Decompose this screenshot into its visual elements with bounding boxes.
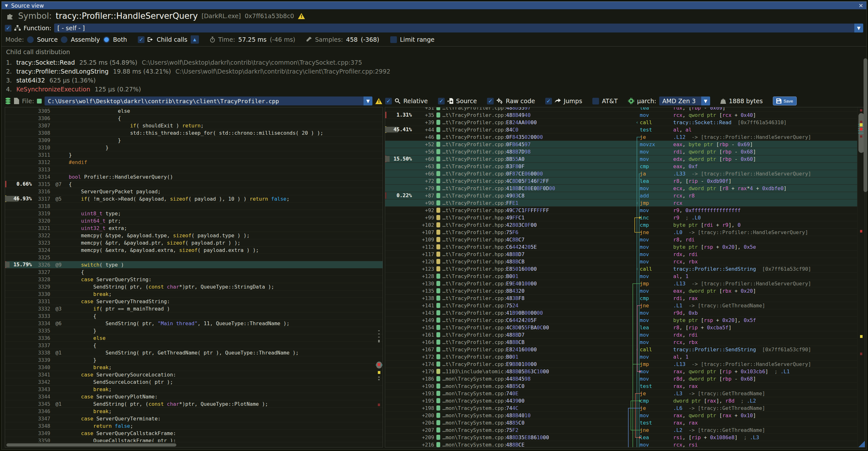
chevron-down-icon[interactable]: ▼: [701, 96, 710, 106]
source-line[interactable]: 3306 {: [5, 115, 382, 122]
asm-row[interactable]: +193…mon\TracySystem.cpp:197740Eje.L3 ->…: [385, 390, 857, 397]
asm-row[interactable]: +90…t\TracyProfiler.cpp:3326FFE1‹jmprcx: [385, 200, 857, 207]
source-line[interactable]: 3345@1 SendString( ptr, (const char*)ptr…: [5, 400, 382, 408]
file-select[interactable]: C:\Users\wolf\Desktop\darkrl\contrib\tra…: [44, 96, 372, 106]
source-line[interactable]: 0.66%3315@7{: [5, 181, 382, 188]
jumps-checkbox[interactable]: ✓: [545, 98, 552, 104]
source-line[interactable]: 3328 case ServerQueryString:: [5, 276, 382, 283]
source-line[interactable]: 3310 }: [5, 144, 382, 151]
asm-row[interactable]: +167…t\TracyProfiler.cpp:3334E824160000‹…: [385, 346, 857, 353]
asm-row[interactable]: +66…t\TracyProfiler.cpp:33260F87CE060000…: [385, 170, 857, 177]
asm-row[interactable]: +79…t\TracyProfiler.cpp:3326418B8C80E0BF…: [385, 185, 857, 192]
source-line[interactable]: 3311}: [5, 151, 382, 159]
asm-row[interactable]: +164…t\TracyProfiler.cpp:3334488BCBmovrc…: [385, 338, 857, 346]
asm-row[interactable]: +209…mon\TracySystem.cpp:258488D35E88610…: [385, 434, 857, 441]
asm-row[interactable]: +161…t\TracyProfiler.cpp:3334488BD7movrd…: [385, 331, 857, 338]
source-line[interactable]: 3324 memcpy( &extra, &payload.extra, siz…: [5, 246, 382, 254]
source-line[interactable]: 3338@1 SendString( ptr, GetThreadName( p…: [5, 349, 382, 356]
source-line[interactable]: 3319 uint8_t type;: [5, 210, 382, 217]
asm-row[interactable]: +46…t\TracyProfiler.cpp:33170F8435020000…: [385, 133, 857, 141]
window-vertical-scrollbar[interactable]: [863, 9, 868, 448]
asm-row[interactable]: +216…mon\TracySystem.cpp:258488BCEmovrcx…: [385, 441, 857, 447]
asm-row[interactable]: +198…mon\TracySystem.cpp:199744Cje.L6 ->…: [385, 404, 857, 412]
asm-row[interactable]: +179…1103\include\atomic:1048488B05B63C1…: [385, 368, 857, 375]
asm-row[interactable]: 0.22%+87…t\TracyProfiler.cpp:33264903C8a…: [385, 192, 857, 200]
source-line[interactable]: 3325: [5, 254, 382, 261]
source-line[interactable]: 46.93%3317@5 if( !m_sock->Read( &payload…: [5, 195, 382, 203]
titlebar[interactable]: ▼ Source view ✕: [2, 2, 866, 9]
source-line[interactable]: 3305 else: [5, 107, 382, 115]
asm-row[interactable]: +120…t\TracyProfiler.hpp:676488BCBmovrcx…: [385, 258, 857, 265]
asm-row[interactable]: +200…mon\TracySystem.cpp:203488B4010movr…: [385, 412, 857, 419]
asm-row[interactable]: +63…t\TracyProfiler.cpp:332683F80Fcmpeax…: [385, 163, 857, 170]
source-line[interactable]: 3336 else: [5, 334, 382, 342]
radio-both[interactable]: [103, 36, 110, 43]
collapse-icon[interactable]: ▼: [5, 3, 8, 8]
asm-row[interactable]: +31…t\TracyProfiler.cpp:3317488D5597lear…: [385, 107, 857, 112]
child-call-entry[interactable]: 3.stat64i32625 μs (1.36%): [6, 76, 862, 85]
child-call-entry[interactable]: 1.tracy::Socket::Read25.25 ms (54.89%)C:…: [6, 58, 862, 67]
source-checkbox[interactable]: ✓: [438, 98, 445, 104]
save-button[interactable]: Save: [773, 96, 796, 106]
source-line[interactable]: 15.79%3326@9 switch( type ): [5, 261, 382, 269]
raw-code-checkbox[interactable]: ✓: [487, 98, 494, 104]
close-icon[interactable]: ✕: [859, 2, 863, 9]
asm-row[interactable]: +52…t\TracyProfiler.cpp:33260FB64597movz…: [385, 141, 857, 148]
function-checkbox[interactable]: ✓: [5, 25, 11, 32]
source-line[interactable]: 3340 break;: [5, 364, 382, 371]
source-line[interactable]: 3313: [5, 166, 382, 173]
source-line[interactable]: 3348 return false;: [5, 422, 382, 430]
asm-row[interactable]: +190…mon\TracySystem.cpp:1974885C0testra…: [385, 383, 857, 390]
asm-row[interactable]: +143…t\TracyProfiler.cpp:333441B90B00000…: [385, 309, 857, 317]
source-line[interactable]: 3343 break;: [5, 386, 382, 393]
relative-checkbox[interactable]: ✓: [385, 98, 392, 104]
asm-row[interactable]: +128…t\TracyProfiler.cpp:3401B001moval, …: [385, 273, 857, 280]
collapse-up-button[interactable]: ▲: [191, 35, 199, 43]
asm-row[interactable]: +141…t\TracyProfiler.cpp:33327524jne.L1 …: [385, 302, 857, 309]
asm-row[interactable]: +102…t\TracyProfiler.hpp:67642803C0F00cm…: [385, 221, 857, 229]
scroll-thumb[interactable]: [6, 443, 176, 447]
asm-row[interactable]: +135…t\TracyProfiler.cpp:33328B4320movea…: [385, 287, 857, 295]
asm-row[interactable]: 15.50%+60…t\TracyProfiler.cpp:33268B55A0…: [385, 155, 857, 163]
source-line[interactable]: 3344 case ServerQueryPlotName:: [5, 393, 382, 400]
asm-row[interactable]: +204…mon\TracySystem.cpp:2034885C0testra…: [385, 419, 857, 426]
asm-row[interactable]: +123…t\TracyProfiler.hpp:676E850160000‹c…: [385, 265, 857, 273]
source-line[interactable]: 3307 if( shouldExit ) return;: [5, 122, 382, 129]
source-line[interactable]: 3321 uint32_t extra;: [5, 224, 382, 232]
asm-row[interactable]: +117…t\TracyProfiler.hpp:676488BD7movrdx…: [385, 251, 857, 258]
source-line[interactable]: 3309 }: [5, 137, 382, 144]
asm-row[interactable]: +72…t\TracyProfiler.cpp:33264C8D05F146F2…: [385, 177, 857, 185]
source-line[interactable]: 3350 QueueCallstackFrame( ptr );: [5, 437, 382, 442]
source-line[interactable]: 3341 case ServerQuerySourceLocation:: [5, 371, 382, 379]
chevron-down-icon[interactable]: ▼: [854, 24, 863, 32]
source-line[interactable]: 3329 SendString( ptr, (const char*)ptr, …: [5, 283, 382, 291]
source-line[interactable]: 3323 memcpy( &ptr, &payload.ptr, sizeof(…: [5, 239, 382, 246]
asm-row[interactable]: +92…t\TracyProfiler.hpp:67649C7C1FFFFFFF…: [385, 207, 857, 214]
child-call-entry[interactable]: 4.KeSynchronizeExecution125 μs (0.27%): [6, 85, 862, 94]
source-line[interactable]: 3333 {: [5, 312, 382, 320]
asm-row[interactable]: +130…t\TracyProfiler.cpp:3401E9E4010000j…: [385, 280, 857, 287]
source-line[interactable]: 3335 }: [5, 327, 382, 334]
source-line[interactable]: 3308 std::this_thread::sleep_for( std::c…: [5, 129, 382, 137]
asm-row[interactable]: 1.31%+35…t\TracyProfiler.cpp:3317488B494…: [385, 112, 857, 119]
asm-row[interactable]: +39…t\TracyProfiler.cpp:3317E824AA0000‹c…: [385, 119, 857, 126]
source-vertical-scrollbar[interactable]: [376, 107, 382, 442]
chevron-down-icon[interactable]: ▼: [364, 96, 372, 106]
asm-row[interactable]: +174…t\TracyProfiler.cpp:3401E9B8010000j…: [385, 361, 857, 368]
source-line[interactable]: 3320 uint64_t ptr;: [5, 217, 382, 224]
asm-row[interactable]: +138…t\TracyProfiler.cpp:3332483BF8cmprd…: [385, 295, 857, 302]
source-line[interactable]: 3312#endif: [5, 159, 382, 166]
source-line[interactable]: 3316 ServerQueryPacket payload;: [5, 188, 382, 195]
source-line[interactable]: 3346 break;: [5, 408, 382, 415]
source-line[interactable]: 3334@6 SendString( ptr, "Main thread", 1…: [5, 320, 382, 327]
uarch-select[interactable]: AMD Zen 3 ▼: [659, 96, 710, 106]
source-line[interactable]: 3349 case ServerQueryCallstackFrame:: [5, 430, 382, 437]
asm-row[interactable]: +207…mon\TracySystem.cpp:20375F2jne.L2 -…: [385, 426, 857, 434]
att-checkbox[interactable]: ✓: [592, 98, 599, 104]
asm-row[interactable]: +149…t\TracyProfiler.cpp:3334C64424205Fm…: [385, 317, 857, 324]
asm-row[interactable]: +99…t\TracyProfiler.hpp:67649FFC1incr9 ;…: [385, 214, 857, 221]
asm-row[interactable]: +195…mon\TracySystem.cpp:199443900cmpdwo…: [385, 397, 857, 404]
asm-row[interactable]: +154…t\TracyProfiler.cpp:33344C8D055FBA0…: [385, 324, 857, 331]
source-line[interactable]: 3314bool Profiler::HandleServerQuery(): [5, 173, 382, 181]
source-line[interactable]: 3330 break;: [5, 291, 382, 298]
